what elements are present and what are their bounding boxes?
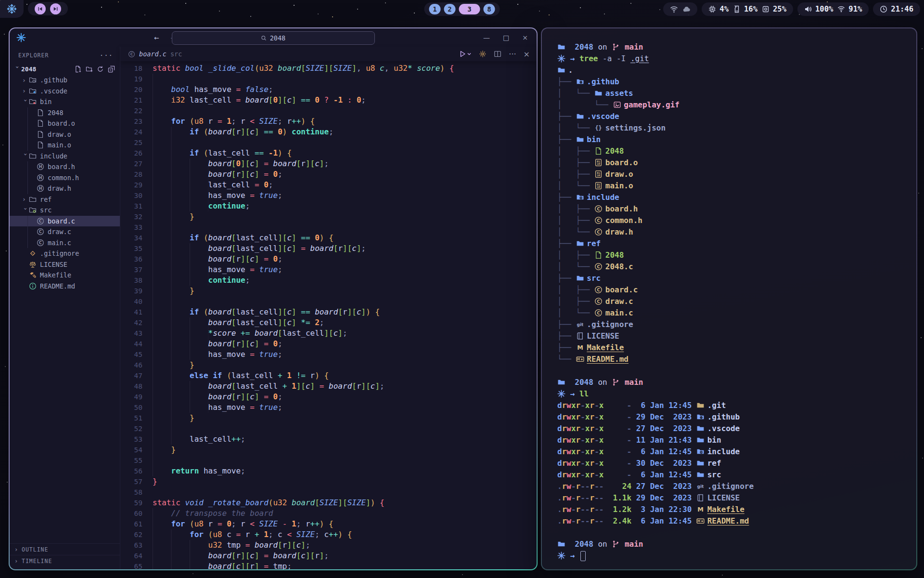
explorer-item-draw.o[interactable]: draw.o — [10, 129, 120, 140]
code-area[interactable]: 18static bool _slide_col(u32 board[SIZE]… — [120, 61, 537, 569]
code-line[interactable]: 22 — [120, 105, 537, 116]
code-line[interactable]: 36board[r][c] = 0; — [120, 254, 537, 264]
workspace-1[interactable]: 1 — [429, 4, 441, 14]
code-line[interactable]: 25 — [120, 137, 537, 148]
code-line[interactable]: 53last_cell++; — [120, 434, 537, 445]
close-button[interactable]: × — [522, 34, 528, 41]
editor-more-actions-button[interactable]: ··· — [509, 50, 516, 59]
media-prev-button[interactable] — [35, 3, 46, 14]
code-line[interactable]: 52 — [120, 423, 537, 434]
code-line[interactable]: 48board[last_cell + 1][c] = board[r][c]; — [120, 381, 537, 392]
code-line[interactable]: 38continue; — [120, 275, 537, 286]
audio-network-pill[interactable]: 100% 91% — [797, 2, 869, 16]
settings-gear-button[interactable] — [479, 50, 487, 58]
explorer-item-.github[interactable]: ›.github — [10, 75, 120, 86]
code-line[interactable]: 24if (board[r][c] == 0) continue; — [120, 127, 537, 137]
explorer-item-draw.c[interactable]: Cdraw.c — [10, 226, 120, 237]
explorer-item-draw.h[interactable]: Hdraw.h — [10, 183, 120, 194]
code-line[interactable]: 37has_move = true; — [120, 264, 537, 275]
code-line[interactable]: 31continue; — [120, 201, 537, 211]
breadcrumb-path[interactable]: src — [170, 50, 182, 58]
code-line[interactable]: 46} — [120, 360, 537, 370]
code-line[interactable]: 55 — [120, 455, 537, 466]
code-line[interactable]: 40 — [120, 296, 537, 307]
explorer-item-main.c[interactable]: Cmain.c — [10, 237, 120, 249]
maximize-button[interactable]: □ — [503, 34, 509, 41]
workspace-2[interactable]: 2 — [444, 4, 456, 14]
code-line[interactable]: 42board[last_cell][c] *= 2; — [120, 317, 537, 328]
code-line[interactable]: 63u32 tmp = board[r][c]; — [120, 540, 537, 551]
code-line[interactable]: 56return has_move; — [120, 466, 537, 476]
code-line[interactable]: 39} — [120, 286, 537, 296]
explorer-item-README.md[interactable]: README.md — [10, 281, 120, 292]
code-line[interactable]: 54} — [120, 445, 537, 455]
code-line[interactable]: 51} — [120, 413, 537, 423]
code-line[interactable]: 32} — [120, 211, 537, 222]
code-line[interactable]: 19 — [120, 74, 537, 84]
workspace-3[interactable]: 3 — [459, 4, 480, 14]
explorer-item-ref[interactable]: ›ref — [10, 194, 120, 205]
explorer-item-Makefile[interactable]: Makefile — [10, 270, 120, 281]
explorer-item-board.c[interactable]: Cboard.c — [10, 216, 120, 227]
workspace-8[interactable]: 8 — [484, 4, 495, 14]
explorer-item-main.o[interactable]: main.o — [10, 140, 120, 151]
terminal-content[interactable]: 2048 on main → tree -a -I .git.├── .gith… — [542, 28, 916, 569]
explorer-item-board.h[interactable]: Hboard.h — [10, 161, 120, 172]
timeline-section[interactable]: ›TIMELINE — [10, 555, 120, 566]
code-line[interactable]: 60// transpose the board — [120, 508, 537, 519]
breadcrumb-file[interactable]: board.c — [139, 50, 167, 58]
code-line[interactable]: 64board[r][c] = board[c][r]; — [120, 551, 537, 561]
explorer-item-2048[interactable]: 2048 — [10, 107, 120, 118]
refresh-button[interactable] — [97, 66, 104, 73]
code-line[interactable]: 58 — [120, 487, 537, 498]
explorer-item-common.h[interactable]: Hcommon.h — [10, 172, 120, 184]
run-button[interactable] — [459, 50, 472, 58]
code-line[interactable]: 59static void _rotate_board(u32 board[SI… — [120, 498, 537, 508]
explorer-item-include[interactable]: ›include — [10, 151, 120, 162]
code-line[interactable]: 18static bool _slide_col(u32 board[SIZE]… — [120, 63, 537, 74]
code-line[interactable]: 29last_cell = 0; — [120, 180, 537, 190]
code-line[interactable]: 27board[0][c] = board[r][c]; — [120, 158, 537, 169]
code-line[interactable]: 65board[c][r] = tmp; — [120, 561, 537, 569]
code-line[interactable]: 62for (u8 c = r + 1; c < SIZE; c++) { — [120, 529, 537, 540]
split-editor-button[interactable] — [494, 50, 501, 58]
code-line[interactable]: 49board[r][c] = 0; — [120, 392, 537, 402]
code-line[interactable]: 57} — [120, 476, 537, 487]
breadcrumb[interactable]: C board.c src ··· × — [120, 47, 537, 61]
command-search-input[interactable]: 2048 — [172, 31, 375, 45]
system-stats-pill[interactable]: 4% 16% 25% — [702, 2, 793, 16]
network-indicators-pill[interactable] — [663, 2, 697, 16]
code-line[interactable]: 21i32 last_cell = board[0][c] == 0 ? -1 … — [120, 95, 537, 105]
explorer-item-.vscode[interactable]: ›.vscode — [10, 86, 120, 97]
collapse-all-button[interactable] — [108, 66, 115, 73]
code-line[interactable]: 41if (board[last_cell][c] == board[r][c]… — [120, 307, 537, 317]
code-line[interactable]: 26if (last_cell == -1) { — [120, 148, 537, 158]
code-line[interactable]: 30has_move = true; — [120, 190, 537, 201]
code-line[interactable]: 33 — [120, 222, 537, 233]
media-next-button[interactable] — [50, 3, 61, 14]
code-line[interactable]: 44board[r][c] = 0; — [120, 339, 537, 349]
outline-section[interactable]: ›OUTLINE — [10, 543, 120, 555]
navigate-back-button[interactable]: ← — [154, 33, 159, 42]
explorer-more-actions-button[interactable]: ··· — [100, 52, 113, 59]
explorer-item-.gitignore[interactable]: .gitignore — [10, 248, 120, 259]
explorer-root-folder[interactable]: › 2048 — [10, 63, 120, 75]
code-line[interactable]: 28board[r][c] = 0; — [120, 169, 537, 180]
close-editor-button[interactable]: × — [524, 50, 530, 59]
code-line[interactable]: 45has_move = true; — [120, 349, 537, 360]
code-line[interactable]: 61for (u8 r = 0; r < SIZE - 1; r++) { — [120, 519, 537, 529]
code-line[interactable]: 47else if (last_cell + 1 != r) { — [120, 370, 537, 381]
code-line[interactable]: 50has_move = true; — [120, 402, 537, 413]
code-line[interactable]: 20bool has_move = false; — [120, 84, 537, 95]
new-folder-button[interactable] — [86, 66, 93, 73]
os-logo-button[interactable] — [0, 0, 24, 18]
code-line[interactable]: 43*score += board[last_cell][c]; — [120, 328, 537, 339]
clock-pill[interactable]: 21:46 — [873, 2, 920, 16]
code-line[interactable]: 35board[last_cell][c] = board[r][c]; — [120, 243, 537, 254]
editor-titlebar[interactable]: ← → 2048 — □ × — [10, 28, 537, 47]
explorer-item-LICENSE[interactable]: LICENSE — [10, 259, 120, 270]
explorer-item-src[interactable]: ›src — [10, 205, 120, 216]
explorer-item-bin[interactable]: ›bin — [10, 96, 120, 107]
minimize-button[interactable]: — — [483, 34, 490, 41]
new-file-button[interactable] — [75, 66, 82, 73]
